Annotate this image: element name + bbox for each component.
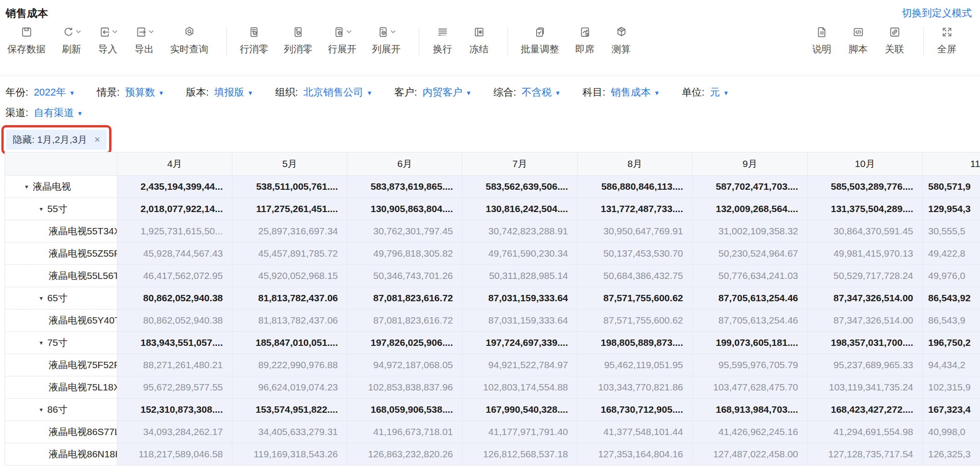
row-label-cell[interactable]: 液晶电视86N18K <box>5 443 117 466</box>
data-cell[interactable]: 41,294,691,554.98 <box>808 421 923 443</box>
data-cell[interactable]: 80,862,052,940.38 <box>117 287 232 309</box>
data-cell[interactable]: 131,375,504,289.... <box>808 198 923 220</box>
data-cell[interactable]: 583,873,619,865.... <box>347 176 462 198</box>
data-cell[interactable]: 87,347,326,514.00 <box>808 287 923 309</box>
row-label-cell[interactable]: ▾55寸 <box>5 198 117 220</box>
data-cell[interactable]: 126,863,232,820.26 <box>347 443 462 466</box>
data-cell[interactable]: 49,761,590,230.34 <box>462 243 578 265</box>
data-cell[interactable]: 40,998,0 <box>923 421 980 443</box>
data-cell[interactable]: 49,981,415,970.13 <box>808 243 923 265</box>
data-cell[interactable]: 580,571,9 <box>923 176 980 198</box>
data-cell[interactable]: 152,310,873,308.... <box>117 399 232 421</box>
data-cell[interactable]: 538,511,005,761.... <box>232 176 347 198</box>
filter-dropdown[interactable]: 2022年▼ <box>34 86 75 99</box>
switch-to-define-mode-link[interactable]: 切换到定义模式 <box>902 6 972 20</box>
data-cell[interactable]: 117,275,261,451.... <box>232 198 347 220</box>
data-cell[interactable]: 586,880,846,113.... <box>578 176 693 198</box>
data-cell[interactable]: 119,169,318,543.26 <box>232 443 347 466</box>
filter-dropdown[interactable]: 自有渠道▼ <box>34 106 83 120</box>
toolbar-button-adhoc[interactable]: 即席 <box>574 26 595 56</box>
data-cell[interactable]: 131,772,487,733.... <box>578 198 693 220</box>
data-cell[interactable]: 46,417,562,072.95 <box>117 265 232 287</box>
collapse-arrow-icon[interactable]: ▾ <box>25 183 28 190</box>
data-cell[interactable]: 87,347,326,514.00 <box>808 309 923 332</box>
data-cell[interactable]: 45,928,744,567.43 <box>117 243 232 265</box>
data-cell[interactable]: 130,816,242,504.... <box>462 198 578 220</box>
collapse-arrow-icon[interactable]: ▾ <box>40 406 43 413</box>
data-cell[interactable]: 87,081,823,616.72 <box>347 287 462 309</box>
data-cell[interactable]: 41,377,548,101.44 <box>578 421 693 443</box>
data-cell[interactable]: 583,562,639,506.... <box>462 176 578 198</box>
data-cell[interactable]: 87,571,755,600.62 <box>578 287 693 309</box>
data-cell[interactable]: 168,913,984,703.... <box>693 399 808 421</box>
filter-dropdown[interactable]: 销售成本▼ <box>611 86 660 99</box>
data-cell[interactable]: 2,018,077,922,14... <box>117 198 232 220</box>
data-cell[interactable]: 30,762,301,797.45 <box>347 220 462 243</box>
data-cell[interactable]: 95,237,689,965.33 <box>808 354 923 376</box>
data-cell[interactable]: 49,976,0 <box>923 265 980 287</box>
toolbar-button-row-clear-zero[interactable]: 行消零 <box>240 26 268 56</box>
toolbar-button-save-data[interactable]: 保存数据 <box>7 26 45 56</box>
data-cell[interactable]: 185,847,010,051.... <box>232 332 347 354</box>
data-cell[interactable]: 102,853,838,837.96 <box>347 376 462 399</box>
collapse-arrow-icon[interactable]: ▾ <box>40 294 43 302</box>
data-cell[interactable]: 127,487,022,458.00 <box>693 443 808 466</box>
row-label-cell[interactable]: ▾65寸 <box>5 287 117 309</box>
toolbar-button-refresh[interactable]: 刷新 <box>61 26 82 56</box>
row-label-cell[interactable]: 液晶电视75F52F <box>5 354 117 376</box>
data-cell[interactable]: 30,742,823,288.91 <box>462 220 578 243</box>
row-label-cell[interactable]: ▾75寸 <box>5 332 117 354</box>
data-cell[interactable]: 585,503,289,776.... <box>808 176 923 198</box>
data-cell[interactable]: 132,009,268,564.... <box>693 198 808 220</box>
data-cell[interactable]: 167,323,4 <box>923 399 980 421</box>
data-cell[interactable]: 87,705,613,254.46 <box>693 309 808 332</box>
data-cell[interactable]: 30,864,370,591.45 <box>808 220 923 243</box>
toolbar-button-row-expand[interactable]: 行展开 <box>328 26 357 56</box>
data-cell[interactable]: 49,796,818,305.82 <box>347 243 462 265</box>
data-cell[interactable]: 45,920,052,968.15 <box>232 265 347 287</box>
row-label-cell[interactable]: ▾液晶电视 <box>5 176 117 198</box>
data-cell[interactable]: 49,422,8 <box>923 243 980 265</box>
data-cell[interactable]: 87,031,159,333.64 <box>462 309 578 332</box>
toolbar-button-freeze[interactable]: 冻结 <box>468 26 489 56</box>
data-cell[interactable]: 197,826,025,906.... <box>347 332 462 354</box>
toolbar-button-calculate[interactable]: 测算 <box>611 26 632 56</box>
data-cell[interactable]: 41,196,673,718.01 <box>347 421 462 443</box>
data-cell[interactable]: 103,343,770,821.86 <box>578 376 693 399</box>
data-cell[interactable]: 50,230,524,964.67 <box>693 243 808 265</box>
data-cell[interactable]: 102,315,9 <box>923 376 980 399</box>
data-cell[interactable]: 80,862,052,940.38 <box>117 309 232 332</box>
row-label-cell[interactable]: 液晶电视86S77L <box>5 421 117 443</box>
data-cell[interactable]: 118,217,589,046.58 <box>117 443 232 466</box>
data-cell[interactable]: 87,081,823,616.72 <box>347 309 462 332</box>
data-cell[interactable]: 1,925,731,615,50... <box>117 220 232 243</box>
data-cell[interactable]: 87,571,755,600.62 <box>578 309 693 332</box>
data-cell[interactable]: 198,805,889,873.... <box>578 332 693 354</box>
data-cell[interactable]: 126,325,3 <box>923 443 980 466</box>
data-cell[interactable]: 87,705,613,254.46 <box>693 287 808 309</box>
data-cell[interactable]: 102,803,174,554.88 <box>462 376 578 399</box>
data-cell[interactable]: 94,434,2 <box>923 354 980 376</box>
data-cell[interactable]: 167,990,540,328.... <box>462 399 578 421</box>
data-cell[interactable]: 41,426,962,245.16 <box>693 421 808 443</box>
row-label-cell[interactable]: 液晶电视55L56T <box>5 265 117 287</box>
filter-dropdown[interactable]: 填报版▼ <box>214 86 253 99</box>
data-cell[interactable]: 95,672,289,577.55 <box>117 376 232 399</box>
data-cell[interactable]: 50,311,828,985.14 <box>462 265 578 287</box>
data-cell[interactable]: 30,950,647,769.91 <box>578 220 693 243</box>
data-cell[interactable]: 31,002,109,358.32 <box>693 220 808 243</box>
data-cell[interactable]: 96,624,019,074.23 <box>232 376 347 399</box>
data-cell[interactable]: 196,750,2 <box>923 332 980 354</box>
data-cell[interactable]: 197,724,697,339.... <box>462 332 578 354</box>
data-cell[interactable]: 87,031,159,333.64 <box>462 287 578 309</box>
collapse-arrow-icon[interactable]: ▾ <box>40 205 43 213</box>
toolbar-button-import[interactable]: 导入 <box>97 26 118 56</box>
toolbar-button-fullscreen[interactable]: 全屏 <box>936 26 957 56</box>
data-cell[interactable]: 587,702,471,703.... <box>693 176 808 198</box>
data-cell[interactable]: 198,357,031,700.... <box>808 332 923 354</box>
data-cell[interactable]: 153,574,951,822.... <box>232 399 347 421</box>
data-cell[interactable]: 127,353,164,804.16 <box>578 443 693 466</box>
toolbar-button-relation[interactable]: 关联 <box>884 26 905 56</box>
data-cell[interactable]: 183,943,551,057.... <box>117 332 232 354</box>
toolbar-button-description[interactable]: 说明 <box>811 26 832 56</box>
